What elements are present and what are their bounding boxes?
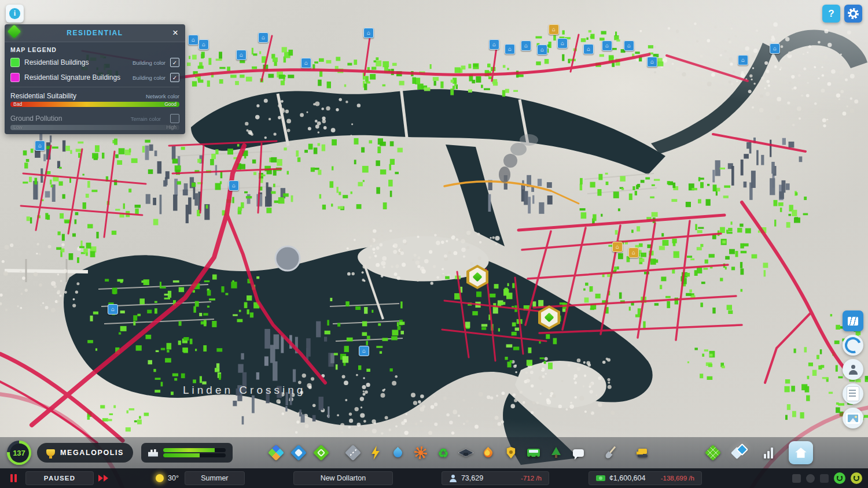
bulldozer-button[interactable]: [632, 443, 652, 463]
map-service-building-icon[interactable]: ⌂: [108, 304, 118, 315]
trophy-icon: [46, 449, 55, 456]
map-tiles-button[interactable]: [703, 443, 723, 463]
starburst-icon: [414, 446, 427, 459]
status-indicator-2[interactable]: [806, 474, 815, 483]
residential-checkbox[interactable]: ✓: [170, 58, 179, 67]
stadium-building: [275, 246, 300, 271]
home-button[interactable]: [789, 441, 813, 464]
map-alert-building-icon[interactable]: ⌂: [549, 24, 559, 35]
status-indicator-1[interactable]: [792, 474, 801, 483]
map-service-building-icon[interactable]: ⌂: [198, 39, 209, 50]
info-views-button[interactable]: [731, 443, 751, 463]
speech-bubble-icon: [573, 449, 584, 457]
help-button[interactable]: ?: [822, 5, 840, 23]
gradient-min-label: Low: [13, 125, 23, 130]
map-service-building-icon[interactable]: ⌂: [521, 40, 531, 51]
population-trend: -712 /h: [521, 475, 542, 482]
map-service-building-icon[interactable]: ⌂: [236, 50, 247, 60]
map-service-building-icon[interactable]: ⌂: [258, 32, 269, 43]
close-icon[interactable]: ×: [168, 26, 182, 40]
healthcare-button[interactable]: [411, 443, 431, 463]
communications-button[interactable]: [569, 443, 589, 463]
roads-button[interactable]: [343, 443, 363, 463]
map-alert-building-icon[interactable]: ⌂: [612, 242, 623, 252]
fast-forward-button[interactable]: [98, 475, 108, 482]
education-button[interactable]: [456, 443, 476, 463]
map-service-building-icon[interactable]: ⌂: [188, 35, 198, 45]
areas-button[interactable]: [311, 443, 331, 463]
pause-icon: [14, 474, 17, 482]
settings-button[interactable]: [844, 5, 862, 23]
pollution-checkbox[interactable]: [170, 114, 179, 123]
signature-marker-inner: [541, 308, 558, 327]
police-button[interactable]: [501, 443, 521, 463]
legend-header: RESIDENTIAL ×: [5, 24, 185, 42]
map-service-building-icon[interactable]: ⌂: [301, 58, 311, 68]
signature-buildings-button[interactable]: [289, 443, 308, 463]
map-service-building-icon[interactable]: ⌂: [229, 180, 239, 191]
journal-button[interactable]: [843, 383, 863, 404]
globe-button[interactable]: [843, 335, 863, 356]
infoview-title: RESIDENTIAL: [67, 29, 123, 37]
city-statistics-button[interactable]: [759, 443, 778, 463]
map-service-building-icon[interactable]: ⌂: [537, 45, 547, 55]
zones-button[interactable]: [266, 443, 286, 463]
residential-color-swatch: [10, 58, 20, 67]
happiness-detail-icon[interactable]: [851, 472, 862, 484]
map-overview-button[interactable]: [843, 310, 863, 331]
pollution-gradient-bar: Low High: [10, 125, 179, 130]
legend-row-residential: Residential Buildings Building color ✓: [5, 55, 185, 70]
signature-checkbox[interactable]: ✓: [170, 73, 179, 82]
suitability-gradient-bar: Bad Good: [10, 102, 179, 107]
map-service-building-icon[interactable]: ⌂: [738, 55, 748, 65]
landscaping-button[interactable]: [601, 443, 620, 463]
progression-panel[interactable]: [141, 443, 233, 463]
milestone-panel[interactable]: MEGALOPOLIS: [37, 443, 133, 463]
transportation-button[interactable]: [524, 443, 543, 463]
pause-button[interactable]: [6, 471, 21, 486]
legend-row-suitability: Residential Suitability Network color: [5, 89, 185, 101]
map-service-building-icon[interactable]: ⌂: [489, 39, 499, 50]
map-service-building-icon[interactable]: ⌂: [624, 40, 634, 51]
map-service-building-icon[interactable]: ⌂: [602, 40, 612, 51]
map-service-building-icon[interactable]: ⌂: [35, 141, 45, 151]
shovel-icon: [604, 446, 617, 460]
color-type-label: Terrain color: [131, 116, 161, 122]
money-widget[interactable]: ¢1,600,604 -138,699 /h: [589, 471, 702, 485]
construction-tools: ♻: [266, 443, 652, 463]
legend-row-label: Ground Pollution: [10, 114, 126, 123]
map-service-building-icon[interactable]: ⌂: [583, 44, 594, 54]
map-service-building-icon[interactable]: ⌂: [363, 28, 374, 38]
map-alert-building-icon[interactable]: ⌂: [628, 247, 639, 258]
weather-widget[interactable]: 30°: [156, 474, 179, 482]
recycle-icon: ♻: [438, 447, 449, 459]
map-service-building-icon[interactable]: ⌂: [359, 346, 369, 356]
fire-rescue-button[interactable]: [479, 443, 498, 463]
sun-icon: [156, 474, 164, 482]
map-service-building-icon[interactable]: ⌂: [770, 43, 780, 54]
play-icon: [98, 475, 103, 482]
notepad-icon: [847, 386, 859, 401]
city-level-badge[interactable]: 137: [7, 441, 31, 465]
graduation-cap-icon: [459, 448, 473, 458]
milestone-progress-track: [163, 453, 226, 457]
play-icon: [104, 475, 108, 482]
gradient-max-label: Good: [164, 102, 176, 107]
electricity-button[interactable]: [366, 443, 385, 463]
zones-icon: [268, 445, 284, 461]
water-sewage-button[interactable]: [388, 443, 408, 463]
parks-recreation-button[interactable]: [546, 443, 566, 463]
info-button[interactable]: i: [6, 5, 24, 23]
status-indicator-3[interactable]: [820, 474, 829, 483]
milestone-name: MEGALOPOLIS: [60, 449, 124, 457]
population-widget[interactable]: 73,629 -712 /h: [442, 471, 549, 485]
photo-mode-button[interactable]: [843, 408, 863, 428]
garbage-button[interactable]: ♻: [433, 443, 453, 463]
map-service-building-icon[interactable]: ⌂: [647, 57, 657, 67]
happiness-icon[interactable]: [834, 472, 845, 484]
map-service-building-icon[interactable]: ⌂: [505, 44, 515, 54]
city-name[interactable]: New Dollarton: [293, 471, 393, 485]
citizens-button[interactable]: [843, 359, 863, 380]
map-service-building-icon[interactable]: ⌂: [557, 38, 568, 49]
money-value: ¢1,600,604: [609, 474, 646, 482]
